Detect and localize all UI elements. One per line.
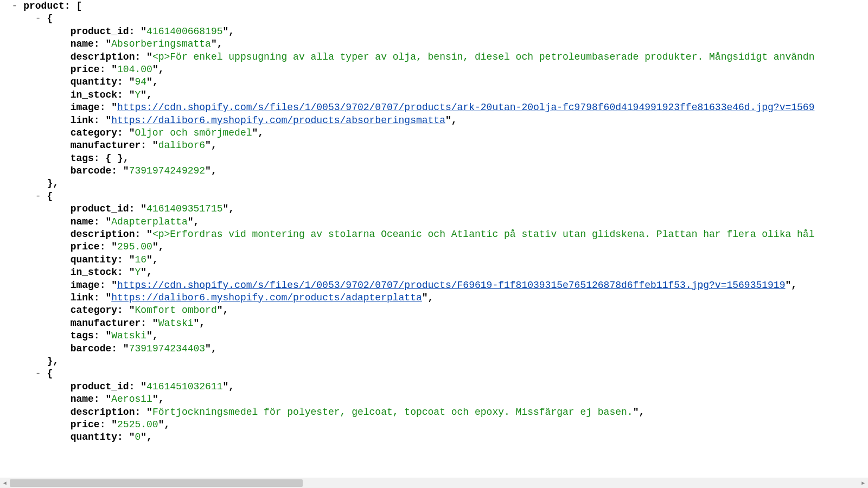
json-punct: : [94,330,106,341]
json-punct: : [117,127,129,138]
json-key: product_id [71,26,129,37]
code-line: name: "Absorberingsmatta", [0,38,868,50]
code-line: - { [0,368,868,380]
json-punct: : [117,76,129,87]
json-string: 4161451032611 [146,381,222,392]
json-punct: { [47,13,53,24]
scroll-right-arrow-icon[interactable]: ► [858,478,868,488]
json-string: 2525.00 [117,419,158,430]
json-key: description [71,407,135,418]
json-punct: " [105,394,111,404]
json-link[interactable]: https://cdn.shopify.com/s/files/1/0053/9… [117,280,785,291]
json-punct: " [129,76,135,87]
json-viewer: - product: [ - { product_id: "4161400668… [0,0,868,488]
json-punct: " [111,241,117,252]
json-punct: " [422,292,428,303]
json-string: 104.00 [117,64,152,75]
json-punct: " [205,140,211,151]
collapse-toggle[interactable]: - [35,13,47,24]
code-line: tags: { }, [0,152,868,165]
json-punct: " [129,127,135,138]
collapse-toggle[interactable]: - [35,191,47,202]
json-punct: , [428,292,434,303]
json-punct: , [164,419,170,430]
json-punct: : [141,140,152,151]
json-string: 7391974234403 [129,343,205,354]
json-key: price [71,419,100,430]
json-punct: " [111,280,117,291]
json-punct: " [141,89,146,100]
json-punct: " [141,26,146,37]
collapse-toggle[interactable]: - [12,1,24,11]
json-key: tags [71,153,94,164]
json-key: link [71,292,94,303]
code-line: manufacturer: "Watski", [0,317,868,330]
code-line: product_id: "4161451032611", [0,381,868,393]
code-line: - product: [ [0,0,868,12]
json-punct: " [105,216,111,227]
json-string: <p>För enkel uppsugning av alla typer av… [152,52,815,62]
json-key: quantity [71,254,117,265]
json-punct: : [141,318,152,329]
json-key: tags [71,330,94,341]
json-punct: " [105,330,111,341]
json-string: Aerosil [111,394,152,404]
json-key: image [71,280,100,291]
json-punct: " [129,267,135,278]
json-punct: , [146,89,152,100]
json-link[interactable]: https://dalibor6.myshopify.com/products/… [111,292,422,303]
code-line: price: "2525.00", [0,419,868,431]
code-line: product_id: "4161409351715", [0,203,868,215]
collapse-toggle[interactable]: - [35,368,47,379]
json-punct: " [146,330,152,341]
json-string: Adapterplatta [111,216,187,227]
json-punct: " [252,127,258,138]
json-content: - product: [ - { product_id: "4161400668… [0,0,868,478]
json-punct: , [451,115,457,126]
json-string: Förtjockningsmedel för polyester, gelcoa… [152,407,633,418]
json-link[interactable]: https://cdn.shopify.com/s/files/1/0053/9… [117,102,814,113]
code-line: image: "https://cdn.shopify.com/s/files/… [0,101,868,114]
json-string: 4161400668195 [146,26,222,37]
json-punct: : [135,52,146,62]
json-key: quantity [71,432,117,442]
json-key: name [71,38,94,49]
horizontal-scrollbar[interactable]: ◄ ► [0,478,868,488]
scroll-left-arrow-icon[interactable]: ◄ [0,478,10,488]
json-punct: : [100,241,112,252]
json-punct: : [135,229,146,240]
json-punct: " [211,38,217,49]
json-punct: , [228,203,234,214]
json-key: product_id [71,381,129,392]
json-punct: " [205,165,211,176]
json-punct: , [158,394,164,404]
json-punct: }, [47,356,59,367]
json-punct: : [129,203,141,214]
json-punct: " [141,381,146,392]
json-punct: : [100,102,112,113]
json-key: description [71,52,135,62]
json-punct: }, [47,178,59,189]
json-key: quantity [71,76,117,87]
json-punct: { [47,368,53,379]
json-punct: " [445,115,451,126]
json-punct: , [791,280,797,291]
json-punct: " [129,305,135,316]
code-line: - { [0,190,868,203]
json-key: manufacturer [71,318,141,329]
scrollbar-thumb[interactable] [10,479,303,487]
json-punct: , [158,64,164,75]
json-empty-object: { } [105,153,123,164]
json-key: category [71,127,117,138]
json-punct: : [117,254,129,265]
json-string: Watski [158,318,194,329]
json-punct: " [223,26,229,37]
json-punct: , [639,407,644,418]
code-line: name: "Adapterplatta", [0,216,868,228]
json-punct: , [194,216,200,227]
json-punct: : [94,38,106,49]
json-punct: " [105,115,111,126]
json-string: 0 [135,432,141,442]
json-punct: , [123,153,129,164]
json-link[interactable]: https://dalibor6.myshopify.com/products/… [111,115,445,126]
